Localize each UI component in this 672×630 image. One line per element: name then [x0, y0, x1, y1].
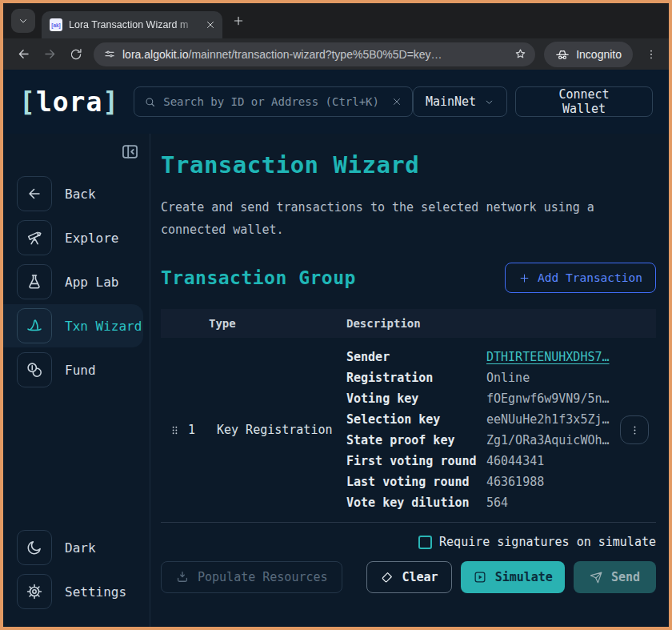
require-signatures-checkbox[interactable]	[418, 536, 432, 549]
tab-search-button[interactable]	[11, 9, 35, 33]
site-settings-icon[interactable]	[103, 48, 116, 61]
url-path: /mainnet/transaction-wizard?type%5B0%5D=…	[189, 48, 442, 61]
moon-icon	[17, 530, 52, 565]
transaction-table: Type Description 1 Key Registration Send…	[161, 309, 656, 523]
back-icon[interactable]	[11, 42, 35, 66]
sidebar-item-settings[interactable]: Settings	[3, 570, 150, 613]
search-input[interactable]	[163, 95, 384, 108]
transaction-group-header: Transaction Group Add Transaction	[161, 263, 656, 293]
simulate-label: Simulate	[495, 570, 553, 584]
coins-icon	[17, 352, 52, 387]
sidebar-item-fund[interactable]: Fund	[3, 348, 150, 391]
incognito-icon	[555, 47, 570, 62]
send-label: Send	[611, 570, 640, 584]
address-bar[interactable]: lora.algokit.io/mainnet/transaction-wiza…	[94, 42, 535, 66]
logo-bracket-close: ]	[102, 86, 119, 118]
main-panel: Transaction Wizard Create and send trans…	[150, 134, 669, 627]
wizard-hat-icon	[17, 308, 52, 343]
sender-address-link[interactable]: DTHIRTEENUHXDHS7…	[486, 347, 610, 367]
clear-button[interactable]: Clear	[366, 561, 451, 593]
sidebar-item-back[interactable]: Back	[3, 172, 150, 215]
field-vote-key-dilution: Vote key dilution 564	[346, 492, 613, 513]
tab-title: Lora Transaction Wizard m	[69, 19, 198, 30]
sidebar-item-theme-dark[interactable]: Dark	[3, 526, 150, 569]
network-select[interactable]: MainNet	[413, 86, 507, 117]
row-menu-button[interactable]	[620, 415, 649, 444]
sidebar-item-label: Explore	[65, 231, 118, 246]
bookmark-star-icon[interactable]	[510, 47, 530, 61]
chevron-down-icon	[18, 15, 29, 26]
sidebar-nav: Back Explore App Lab Txn Wizard	[3, 172, 150, 392]
connect-wallet-button[interactable]: Connect Wallet	[515, 86, 653, 117]
drag-handle-icon[interactable]	[169, 423, 181, 437]
field-value: Zg1/ORa3AquicWOh…	[486, 430, 610, 451]
populate-resources-button[interactable]: Populate Resources	[161, 561, 342, 593]
field-last-voting-round: Last voting round 46361988	[346, 471, 613, 492]
field-voting-key: Voting key fOEgnwf6w9VN9/5n…	[346, 388, 613, 409]
field-value: Online	[486, 367, 530, 388]
column-header-description: Description	[329, 317, 613, 330]
tab-close-icon[interactable]	[205, 19, 216, 30]
sidebar-footer: Dark Settings	[3, 526, 150, 627]
add-transaction-label: Add Transaction	[538, 271, 642, 284]
simulate-button[interactable]: Simulate	[461, 561, 565, 593]
logo-bracket-open: [	[19, 86, 36, 118]
app-header: [lora] MainNet Connect Wallet	[3, 70, 669, 134]
clear-label: Clear	[402, 570, 438, 584]
sidebar-item-app-lab[interactable]: App Lab	[3, 260, 150, 303]
sidebar-item-explore[interactable]: Explore	[3, 216, 150, 259]
lora-logo[interactable]: [lora]	[19, 86, 119, 118]
forward-icon[interactable]	[38, 42, 62, 66]
browser-menu-icon[interactable]	[642, 48, 661, 61]
page-title: Transaction Wizard	[161, 151, 656, 179]
simulate-options-row: Require signatures on simulate	[161, 535, 656, 549]
field-label: First voting round	[346, 451, 486, 471]
play-square-icon	[473, 570, 487, 584]
search-clear-icon[interactable]	[391, 96, 402, 107]
column-header-type: Type	[209, 317, 329, 330]
field-label: Voting key	[346, 388, 486, 409]
reload-icon[interactable]	[64, 42, 88, 66]
populate-resources-label: Populate Resources	[198, 570, 328, 584]
network-label: MainNet	[426, 94, 476, 109]
add-transaction-button[interactable]: Add Transaction	[505, 263, 656, 293]
field-value: fOEgnwf6w9VN9/5n…	[486, 388, 610, 409]
sidebar-item-txn-wizard[interactable]: Txn Wizard	[3, 304, 143, 347]
field-sender: Sender DTHIRTEENUHXDHS7…	[346, 347, 613, 367]
sidebar-item-label: Dark	[65, 540, 96, 556]
field-label: Registration	[346, 367, 486, 388]
browser-toolbar: lora.algokit.io/mainnet/transaction-wiza…	[3, 38, 669, 70]
sidebar: Back Explore App Lab Txn Wizard	[3, 134, 150, 627]
row-index: 1	[188, 423, 209, 437]
algokit-favicon-icon: [ak]	[50, 18, 62, 31]
plus-icon	[518, 272, 530, 284]
row-description-fields: Sender DTHIRTEENUHXDHS7… Registration On…	[329, 347, 613, 513]
new-tab-button[interactable]	[232, 14, 245, 27]
right-actions: Clear Simulate Send	[366, 561, 656, 593]
chevron-down-icon	[484, 97, 494, 107]
sidebar-collapse-icon[interactable]	[120, 142, 140, 162]
table-header: Type Description	[161, 309, 656, 338]
incognito-badge: Incognito	[544, 42, 633, 67]
eraser-icon	[380, 571, 394, 584]
logo-name: lora	[36, 86, 102, 118]
field-label: Last voting round	[346, 471, 486, 492]
field-label: Sender	[346, 347, 486, 367]
flask-icon	[17, 264, 52, 299]
sidebar-item-label: Back	[65, 187, 96, 202]
field-label: Vote key dilution	[346, 492, 486, 513]
kebab-menu-icon	[629, 424, 641, 436]
field-value: eeNUuHe2h1f3x5Zj…	[486, 409, 610, 430]
telescope-icon	[17, 220, 52, 255]
arrow-left-icon	[17, 176, 52, 211]
send-button[interactable]: Send	[574, 561, 656, 593]
browser-tab[interactable]: [ak] Lora Transaction Wizard m	[42, 11, 222, 38]
gear-icon	[17, 574, 52, 609]
require-signatures-label: Require signatures on simulate	[439, 535, 656, 549]
sidebar-item-label: Fund	[65, 363, 96, 378]
download-tray-icon	[175, 570, 190, 584]
url-domain: lora.algokit.io	[122, 48, 189, 61]
sidebar-item-label: App Lab	[65, 275, 118, 290]
field-label: Selection key	[346, 409, 486, 430]
send-plane-icon	[590, 571, 603, 584]
